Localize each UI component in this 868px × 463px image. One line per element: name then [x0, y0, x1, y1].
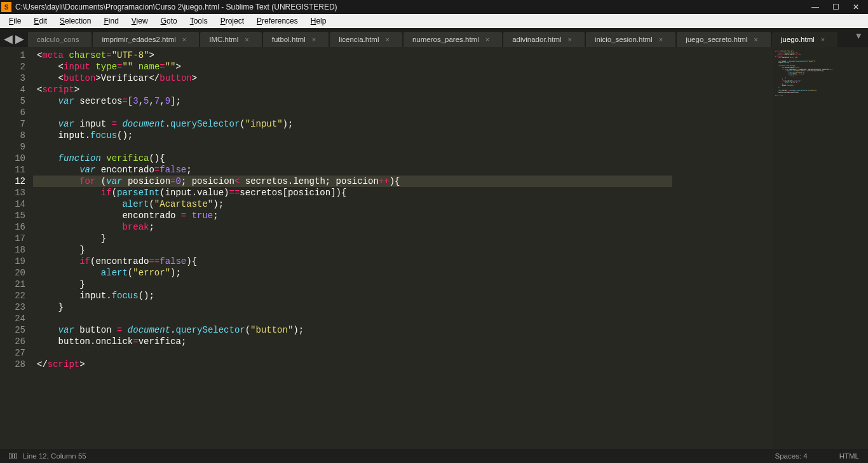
- code-line[interactable]: }: [37, 279, 773, 290]
- line-number[interactable]: 16: [0, 221, 25, 233]
- code-line[interactable]: [37, 347, 773, 359]
- code-editor[interactable]: <meta charset="UTF-8"> <input type="" na…: [33, 47, 773, 449]
- code-line[interactable]: <script>: [37, 84, 773, 95]
- menu-selection[interactable]: Selection: [53, 15, 97, 27]
- line-number[interactable]: 4: [0, 84, 25, 95]
- line-number[interactable]: 19: [0, 256, 25, 267]
- tab-juego_secreto-html[interactable]: juego_secreto.html×: [677, 32, 771, 47]
- line-number[interactable]: 12: [0, 176, 25, 187]
- tab-close-icon[interactable]: ×: [821, 36, 825, 43]
- line-number[interactable]: 1: [0, 50, 25, 61]
- menu-project[interactable]: Project: [214, 15, 250, 27]
- tab-close-icon[interactable]: ×: [182, 36, 186, 43]
- menu-edit[interactable]: Edit: [27, 15, 53, 27]
- line-number[interactable]: 14: [0, 198, 25, 210]
- line-number[interactable]: 24: [0, 313, 25, 324]
- menu-view[interactable]: View: [125, 15, 154, 27]
- line-number[interactable]: 27: [0, 347, 25, 359]
- tab-truncated[interactable]: calculo_cons: [28, 32, 92, 47]
- close-button[interactable]: ✕: [851, 3, 860, 11]
- code-line[interactable]: var encontrado=false;: [37, 164, 773, 176]
- code-line[interactable]: alert("Acartaste");: [37, 198, 773, 210]
- line-number[interactable]: 23: [0, 301, 25, 313]
- tab-close-icon[interactable]: ×: [485, 36, 489, 43]
- line-number[interactable]: 18: [0, 244, 25, 256]
- tab-futbol-html[interactable]: futbol.html×: [263, 32, 329, 47]
- code-line[interactable]: input.focus();: [37, 130, 773, 141]
- tab-numeros_pares-html[interactable]: numeros_pares.html×: [403, 32, 502, 47]
- line-number[interactable]: 6: [0, 107, 25, 118]
- line-number[interactable]: 11: [0, 164, 25, 176]
- menu-find[interactable]: Find: [97, 15, 125, 27]
- tab-IMC-html[interactable]: IMC.html×: [200, 32, 261, 47]
- tab-close-icon[interactable]: ×: [659, 36, 663, 43]
- line-number[interactable]: 7: [0, 118, 25, 130]
- line-number[interactable]: 9: [0, 141, 25, 153]
- maximize-button[interactable]: ☐: [831, 3, 840, 11]
- code-line[interactable]: var button = document.querySelector("but…: [37, 324, 773, 336]
- code-line[interactable]: for (var posicion=0; posicion< secretos.…: [33, 176, 672, 187]
- tab-close-icon[interactable]: ×: [245, 36, 248, 43]
- line-number[interactable]: 17: [0, 233, 25, 244]
- code-line[interactable]: encontrado = true;: [37, 210, 773, 221]
- tab-inicio_sesion-html[interactable]: inicio_sesion.html×: [586, 32, 675, 47]
- line-number[interactable]: 25: [0, 324, 25, 336]
- line-number[interactable]: 3: [0, 73, 25, 84]
- menu-preferences[interactable]: Preferences: [250, 15, 304, 27]
- code-line[interactable]: }: [37, 233, 773, 244]
- menu-goto[interactable]: Goto: [154, 15, 184, 27]
- line-number[interactable]: 8: [0, 130, 25, 141]
- line-number[interactable]: 28: [0, 359, 25, 370]
- tab-close-icon[interactable]: ×: [568, 36, 572, 43]
- code-line[interactable]: }: [37, 301, 773, 313]
- code-line[interactable]: break;: [37, 221, 773, 233]
- tab-close-icon[interactable]: ×: [754, 36, 757, 43]
- code-line[interactable]: alert("error");: [37, 267, 773, 279]
- tab-adivinador-html[interactable]: adivinador.html×: [503, 32, 585, 47]
- line-number[interactable]: 22: [0, 290, 25, 301]
- line-number[interactable]: 13: [0, 187, 25, 198]
- code-line[interactable]: </script>: [37, 359, 773, 370]
- menu-tools[interactable]: Tools: [184, 15, 214, 27]
- code-line[interactable]: if(encontrado==false){: [37, 256, 773, 267]
- line-number[interactable]: 21: [0, 279, 25, 290]
- status-bar: Line 12, Column 55 Spaces: 4 HTML: [0, 449, 868, 463]
- code-line[interactable]: var secretos=[3,5,7,9];: [37, 95, 773, 107]
- minimize-button[interactable]: —: [811, 3, 820, 11]
- line-number-gutter[interactable]: 1234567891011121314151617181920212223242…: [0, 47, 33, 449]
- minimap[interactable]: <meta charset="UTF-8"> <input type="" na…: [773, 47, 868, 449]
- tab-nav-right-icon[interactable]: ▶: [15, 33, 24, 45]
- code-line[interactable]: <meta charset="UTF-8">: [37, 50, 773, 61]
- code-line[interactable]: [37, 107, 773, 118]
- tab-close-icon[interactable]: ×: [385, 36, 389, 43]
- tabs-overflow-icon[interactable]: ▼: [850, 31, 867, 45]
- panel-switcher-icon[interactable]: [9, 453, 17, 459]
- menu-help[interactable]: Help: [304, 15, 333, 27]
- tab-nav-left-icon[interactable]: ◀: [4, 33, 13, 45]
- line-number[interactable]: 5: [0, 95, 25, 107]
- code-line[interactable]: <input type="" name="">: [37, 61, 773, 73]
- code-line[interactable]: [37, 313, 773, 324]
- line-number[interactable]: 10: [0, 153, 25, 164]
- code-line[interactable]: var input = document.querySelector("inpu…: [37, 118, 773, 130]
- line-number[interactable]: 15: [0, 210, 25, 221]
- menu-file[interactable]: File: [3, 15, 27, 27]
- cursor-position[interactable]: Line 12, Column 55: [23, 452, 86, 460]
- code-line[interactable]: if(parseInt(input.value)==secretos[posic…: [37, 187, 773, 198]
- line-number[interactable]: 2: [0, 61, 25, 73]
- tab-nav-arrows[interactable]: ◀ ▶: [3, 33, 28, 47]
- syntax-setting[interactable]: HTML: [839, 452, 859, 460]
- code-line[interactable]: <button>Verificar</button>: [37, 73, 773, 84]
- line-number[interactable]: 26: [0, 336, 25, 347]
- code-line[interactable]: [37, 141, 773, 153]
- line-number[interactable]: 20: [0, 267, 25, 279]
- code-line[interactable]: function verifica(){: [37, 153, 773, 164]
- tab-licencia-html[interactable]: licencia.html×: [330, 32, 402, 47]
- indentation-setting[interactable]: Spaces: 4: [775, 452, 808, 460]
- tab-imprimir_edades2-html[interactable]: imprimir_edades2.html×: [93, 32, 199, 47]
- code-line[interactable]: }: [37, 244, 773, 256]
- tab-juego-html[interactable]: juego.html×: [772, 32, 838, 47]
- tab-close-icon[interactable]: ×: [312, 36, 316, 43]
- code-line[interactable]: input.focus();: [37, 290, 773, 301]
- code-line[interactable]: button.onclick=verifica;: [37, 336, 773, 347]
